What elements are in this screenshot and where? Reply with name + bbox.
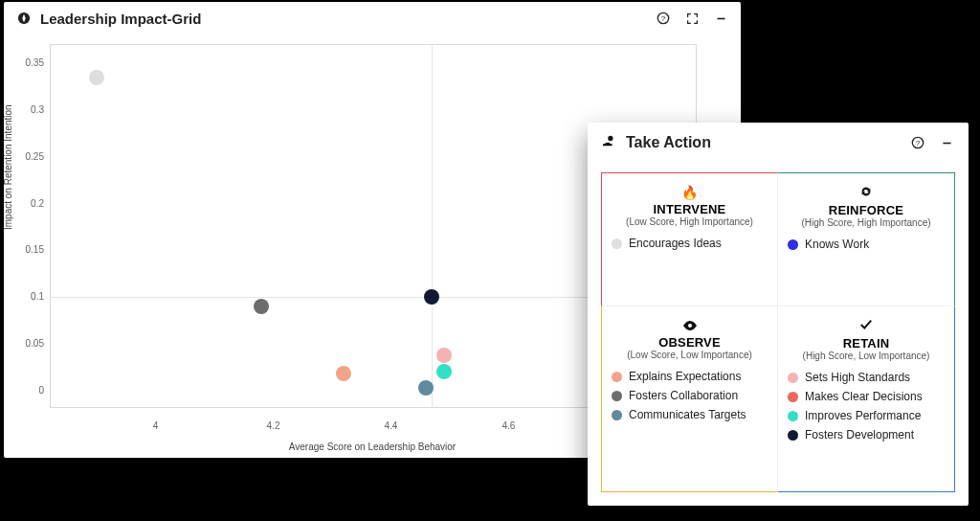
quadrant-observe: OBSERVE (Low Score, Low Importance) Expl… (601, 306, 778, 492)
x-tick-label: 4.2 (267, 420, 280, 431)
card-title: Leadership Impact-Grid (40, 11, 201, 27)
check-icon (788, 318, 945, 334)
grid-line-vertical (432, 45, 433, 408)
y-axis-label: Impact on Retention Intention (3, 104, 13, 230)
data-point[interactable] (336, 366, 351, 381)
data-point[interactable] (418, 380, 434, 396)
svg-point-5 (608, 136, 612, 141)
quadrant-grid: 🔥 INTERVENE (Low Score, High Importance)… (601, 172, 955, 492)
quadrant-title: REINFORCE (788, 203, 945, 217)
quadrant-intervene: 🔥 INTERVENE (Low Score, High Importance)… (601, 172, 778, 306)
y-tick-label: 0.3 (19, 104, 44, 115)
quadrant-reinforce: REINFORCE (High Score, High Importance) … (778, 172, 955, 306)
list-item-label: Fosters Development (805, 428, 914, 442)
quadrant-retain: RETAIN (High Score, Low Importance) Sets… (778, 306, 955, 492)
x-tick-label: 4.6 (501, 420, 515, 431)
legend-dot (612, 238, 622, 249)
quadrant-list: Encourages Ideas (612, 237, 768, 250)
list-item[interactable]: Knows Work (788, 238, 945, 251)
y-tick-label: 0 (19, 384, 44, 395)
x-tick-label: 4.4 (384, 420, 397, 431)
list-item[interactable]: Fosters Development (788, 428, 945, 442)
legend-dot (788, 430, 798, 441)
list-item[interactable]: Improves Performance (788, 409, 945, 422)
minimize-icon[interactable] (712, 10, 729, 27)
hand-holding-icon (601, 134, 618, 151)
x-tick-label: 4 (153, 420, 159, 431)
fire-icon: 🔥 (612, 185, 768, 200)
compass-icon (15, 10, 33, 27)
list-item[interactable]: Makes Clear Decisions (788, 390, 945, 403)
y-tick-label: 0.15 (19, 244, 44, 255)
list-item-label: Makes Clear Decisions (805, 390, 923, 403)
quadrant-title: OBSERVE (612, 335, 768, 350)
svg-text:?: ? (661, 14, 666, 23)
list-item-label: Knows Work (805, 238, 869, 251)
help-icon[interactable]: ? (909, 134, 926, 151)
legend-dot (788, 392, 798, 402)
data-point[interactable] (436, 364, 452, 379)
list-item[interactable]: Fosters Collaboration (612, 389, 768, 402)
quadrant-subtitle: (Low Score, Low Importance) (612, 350, 768, 360)
list-item-label: Fosters Collaboration (629, 389, 738, 402)
list-item[interactable]: Encourages Ideas (612, 237, 768, 250)
data-point[interactable] (436, 348, 452, 363)
legend-dot (612, 410, 622, 420)
quadrant-list: Knows Work (788, 238, 945, 251)
data-point[interactable] (254, 299, 269, 314)
y-tick-label: 0.2 (19, 197, 44, 208)
list-item[interactable]: Sets High Standards (788, 371, 945, 384)
list-item-label: Communicates Targets (629, 408, 746, 421)
y-tick-label: 0.35 (19, 57, 44, 68)
legend-dot (788, 239, 798, 250)
data-point[interactable] (89, 70, 104, 85)
x-axis-label: Average Score on Leadership Behavior (289, 442, 456, 452)
cycle-icon (788, 185, 945, 201)
list-item-label: Encourages Ideas (629, 237, 722, 250)
y-tick-label: 0.05 (19, 337, 44, 348)
list-item-label: Explains Expectations (629, 370, 741, 383)
quadrant-list: Sets High StandardsMakes Clear Decisions… (788, 371, 945, 442)
list-item[interactable]: Explains Expectations (612, 370, 768, 383)
y-tick-label: 0.25 (19, 150, 44, 161)
action-card-header: Take Action ? (588, 123, 969, 159)
card-header: Leadership Impact-Grid ? (4, 2, 741, 31)
list-item[interactable]: Communicates Targets (612, 408, 768, 421)
legend-dot (788, 411, 798, 421)
list-item-label: Improves Performance (805, 409, 921, 422)
y-tick-label: 0.1 (19, 291, 44, 302)
svg-text:?: ? (916, 139, 921, 147)
quadrant-list: Explains ExpectationsFosters Collaborati… (612, 370, 768, 421)
take-action-card: Take Action ? 🔥 INTERVENE (Low Score, Hi… (588, 123, 969, 506)
fullscreen-icon[interactable] (683, 10, 701, 27)
help-icon[interactable]: ? (655, 10, 672, 27)
eye-icon (612, 318, 768, 333)
legend-dot (612, 391, 622, 401)
quadrant-subtitle: (High Score, High Importance) (788, 217, 945, 228)
svg-point-9 (688, 324, 692, 328)
action-card-title: Take Action (626, 134, 711, 151)
list-item-label: Sets High Standards (805, 371, 910, 384)
quadrant-title: INTERVENE (612, 202, 768, 216)
minimize-icon[interactable] (938, 134, 955, 151)
data-point[interactable] (424, 289, 439, 305)
legend-dot (788, 373, 798, 383)
legend-dot (612, 372, 622, 382)
quadrant-subtitle: (Low Score, High Importance) (612, 216, 768, 227)
quadrant-title: RETAIN (788, 336, 945, 351)
quadrant-subtitle: (High Score, Low Importance) (788, 351, 945, 361)
